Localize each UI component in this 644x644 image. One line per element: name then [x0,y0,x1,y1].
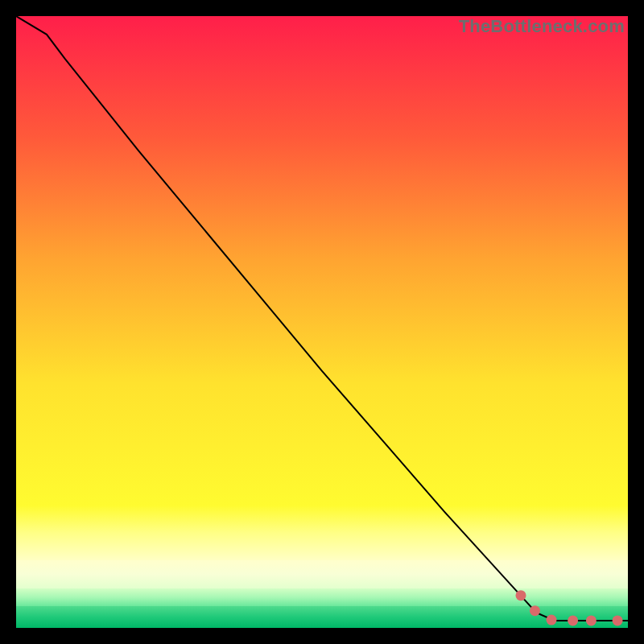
marker-dot [547,615,557,625]
chart-frame: TheBottleneck.com [0,0,644,644]
marker-dot [568,615,578,625]
marker-dot [530,605,540,616]
marker-dot [586,615,597,625]
watermark-text: TheBottleneck.com [459,16,625,37]
chart-overlay [16,16,628,628]
marker-dot [613,615,623,625]
curve-line [16,16,628,621]
plot-area: TheBottleneck.com [16,16,628,628]
marker-dot [516,590,526,601]
